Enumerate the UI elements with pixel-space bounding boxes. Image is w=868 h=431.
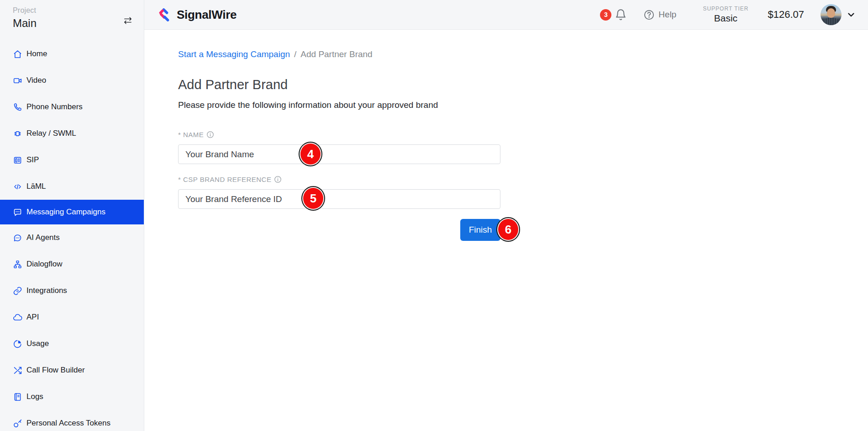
sidebar-item-sip[interactable]: SIP — [0, 147, 144, 173]
help-label: Help — [658, 10, 676, 20]
content-area: Start a Messaging Campaign / Add Partner… — [144, 30, 868, 431]
avatar-shirt — [823, 18, 839, 25]
sidebar-item-video[interactable]: Video — [0, 67, 144, 94]
annotation-badge-5: 5 — [302, 187, 324, 210]
brand[interactable]: SignalWire — [158, 7, 237, 22]
sidebar-item-call-flow-builder[interactable]: Call Flow Builder — [0, 357, 144, 383]
csp-brand-reference-label: * CSP BRAND REFERENCE — [178, 176, 500, 183]
annotation-badge-6: 6 — [497, 218, 519, 241]
breadcrumb-current: Add Partner Brand — [300, 49, 372, 59]
bell-icon — [615, 9, 627, 21]
support-tier: SUPPORT TIER Basic — [703, 5, 748, 24]
notifications-button[interactable]: 3 — [600, 9, 627, 21]
cloud-icon — [13, 313, 22, 322]
phone-icon — [13, 102, 22, 112]
sidebar-item-label: Integrations — [26, 286, 67, 295]
sidebar-item-label: Home — [26, 49, 47, 59]
sidebar-item-label: AI Agents — [26, 233, 60, 242]
sidebar: Project Main Home Video Phone Numb — [0, 0, 144, 431]
top-header: SignalWire 3 Help — [144, 0, 868, 30]
breadcrumb-link[interactable]: Start a Messaging Campaign — [178, 49, 290, 59]
header-right: 3 Help SUPPORT TIER Bas — [600, 4, 856, 25]
sidebar-item-label: Logs — [26, 392, 43, 401]
sidebar-nav: Home Video Phone Numbers Relay / SWML SI… — [0, 41, 144, 431]
avatar[interactable] — [821, 4, 842, 25]
page-subtitle: Please provide the following information… — [178, 100, 868, 111]
sidebar-item-label: Usage — [26, 339, 49, 348]
help-button[interactable]: Help — [643, 9, 676, 21]
form-actions: Finish — [178, 219, 500, 241]
link-icon — [13, 286, 22, 296]
finish-button[interactable]: Finish — [460, 219, 500, 241]
sidebar-item-usage[interactable]: Usage — [0, 330, 144, 357]
shuffle-icon — [13, 366, 22, 375]
account-balance[interactable]: $126.07 — [768, 9, 804, 21]
sidebar-item-label: SIP — [26, 155, 39, 165]
sidebar-item-label: Dialogflow — [26, 260, 62, 269]
sidebar-item-logs[interactable]: Logs — [0, 383, 144, 410]
name-label-text: * NAME — [178, 131, 204, 138]
key-icon — [13, 419, 22, 428]
info-icon[interactable] — [274, 176, 282, 183]
csp-brand-reference-input[interactable] — [178, 189, 500, 209]
sidebar-item-relay-swml[interactable]: Relay / SWML — [0, 120, 144, 147]
sidebar-item-label: LāML — [26, 182, 46, 191]
speech-bubble-icon — [13, 233, 22, 243]
sidebar-item-label: Video — [26, 76, 46, 85]
help-icon — [643, 9, 655, 21]
breadcrumb-separator: / — [294, 49, 296, 59]
project-label: Project — [13, 6, 37, 15]
sidebar-item-label: Personal Access Tokens — [26, 419, 110, 428]
brand-name: SignalWire — [177, 8, 237, 22]
main-column: SignalWire 3 Help — [144, 0, 868, 431]
sidebar-item-api[interactable]: API — [0, 304, 144, 330]
desk-phone-icon — [13, 155, 22, 165]
brand-form: * NAME * CSP BRAND REFERENCE Finish — [178, 131, 500, 241]
sidebar-item-laml[interactable]: LāML — [0, 173, 144, 200]
name-label: * NAME — [178, 131, 500, 138]
sidebar-item-phone-numbers[interactable]: Phone Numbers — [0, 94, 144, 120]
switch-project-icon[interactable] — [123, 16, 133, 27]
pie-chart-icon — [13, 339, 22, 349]
annotation-badge-4: 4 — [300, 143, 321, 165]
project-header: Project Main — [0, 0, 144, 30]
sitemap-icon — [13, 260, 22, 269]
sidebar-item-home[interactable]: Home — [0, 41, 144, 67]
csp-label-text: * CSP BRAND REFERENCE — [178, 176, 271, 183]
sidebar-item-label: API — [26, 313, 39, 322]
video-camera-icon — [13, 76, 22, 85]
breadcrumb: Start a Messaging Campaign / Add Partner… — [178, 49, 868, 59]
sidebar-item-ai-agents[interactable]: AI Agents — [0, 224, 144, 251]
notification-count-badge: 3 — [600, 9, 611, 21]
signalwire-logo-icon — [158, 7, 172, 22]
sidebar-item-personal-access-tokens[interactable]: Personal Access Tokens — [0, 410, 144, 431]
brand-name-input[interactable] — [178, 144, 500, 164]
support-tier-label: SUPPORT TIER — [703, 5, 748, 12]
info-icon[interactable] — [206, 131, 214, 138]
sidebar-item-integrations[interactable]: Integrations — [0, 277, 144, 304]
code-icon — [13, 182, 22, 192]
sidebar-item-dialogflow[interactable]: Dialogflow — [0, 251, 144, 277]
chip-icon — [13, 129, 22, 138]
sidebar-item-label: Messaging Campaigns — [26, 208, 105, 217]
sidebar-item-messaging-campaigns[interactable]: Messaging Campaigns — [0, 200, 144, 224]
chevron-down-icon — [846, 10, 856, 20]
account-menu-chevron[interactable] — [846, 10, 856, 20]
project-name: Main — [13, 17, 37, 30]
journal-icon — [13, 392, 22, 402]
app-window: Project Main Home Video Phone Numb — [0, 0, 868, 431]
sidebar-item-label: Call Flow Builder — [26, 366, 85, 375]
page-title: Add Partner Brand — [178, 77, 868, 92]
avatar-face — [827, 8, 835, 18]
support-tier-value: Basic — [703, 13, 748, 24]
chat-bubble-icon — [13, 208, 22, 217]
home-icon — [13, 49, 22, 59]
sidebar-item-label: Relay / SWML — [26, 129, 76, 138]
project-info: Project Main — [13, 6, 37, 30]
sidebar-item-label: Phone Numbers — [26, 102, 83, 112]
